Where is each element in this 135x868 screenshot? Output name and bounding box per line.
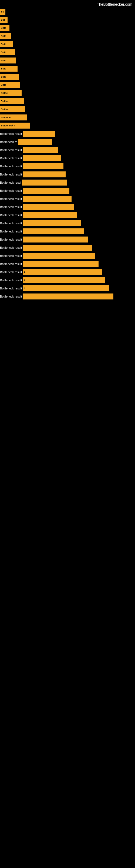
bar-row-25: Bottleneck result (0, 211, 135, 219)
bar-label-25: Bottleneck result (0, 214, 23, 217)
bar-row-11: Bottlen (0, 97, 135, 105)
bar-fill-8: Bott (0, 74, 19, 80)
bar-row-21: Bottleneck resul (0, 179, 135, 187)
bar-fill-28 (23, 237, 88, 243)
bar-label-27: Bottleneck result (0, 230, 23, 233)
bar-fill-29 (23, 245, 92, 251)
bar-fill-25 (23, 212, 77, 218)
bar-fill-23 (23, 196, 72, 202)
bar-fill-0: Bo (0, 9, 5, 14)
bar-label-31: Bottleneck result (0, 262, 23, 266)
bar-fill-34: 4 (23, 285, 109, 291)
bar-row-2: Bott (0, 24, 135, 32)
bar-row-8: Bott (0, 73, 135, 81)
bar-label-30: Bottleneck result (0, 254, 23, 257)
bar-row-1: Bot (0, 16, 135, 24)
bar-row-30: Bottleneck result (0, 252, 135, 260)
bar-row-9: Bottl (0, 81, 135, 89)
bar-fill-35 (23, 293, 114, 300)
bar-fill-17 (23, 147, 58, 153)
bar-fill-11: Bottlen (0, 98, 24, 104)
bar-label-29: Bottleneck result (0, 246, 23, 249)
bar-row-24: Bottleneck result (0, 203, 135, 211)
bar-fill-5: Bottl (0, 50, 15, 55)
bar-label-21: Bottleneck resul (0, 181, 22, 184)
bar-label-15: Bottleneck result (0, 132, 23, 135)
bar-fill-16 (18, 139, 52, 145)
bar-label-24: Bottleneck result (0, 205, 23, 209)
bar-fill-21 (22, 180, 67, 186)
bar-row-32: Bottleneck result4 (0, 268, 135, 276)
bar-fill-7: Bott (0, 66, 17, 72)
bar-label-26: Bottleneck result (0, 222, 23, 225)
bar-fill-4: Bott (0, 41, 13, 47)
bar-label-19: Bottleneck result (0, 165, 23, 168)
bar-row-0: Bo (0, 8, 135, 16)
bar-row-26: Bottleneck result (0, 219, 135, 227)
bar-row-19: Bottleneck result (0, 162, 135, 170)
bar-label-18: Bottleneck result (0, 156, 23, 160)
bar-label-33: Bottleneck result (0, 279, 23, 282)
bar-fill-2: Bott (0, 25, 9, 31)
bar-fill-31 (23, 261, 98, 267)
bar-fill-10: Bottle (0, 90, 21, 96)
bar-row-17: Bottleneck result (0, 146, 135, 154)
bar-label-22: Bottleneck result (0, 189, 23, 192)
page-wrapper: TheBottlenecker.com BoBotBottBottBottBot… (0, 0, 135, 868)
bar-row-3: Bott (0, 32, 135, 40)
bar-row-28: Bottleneck result (0, 236, 135, 244)
bar-fill-30 (23, 253, 95, 259)
bar-label-17: Bottleneck result (0, 148, 23, 152)
bar-row-4: Bott (0, 40, 135, 48)
bar-fill-33: 4 (23, 277, 105, 283)
bar-fill-32: 4 (23, 269, 102, 275)
bar-row-13: Bottlene (0, 113, 135, 122)
bar-row-18: Bottleneck result (0, 154, 135, 162)
site-title: TheBottlenecker.com (0, 0, 135, 8)
bar-row-7: Bott (0, 65, 135, 73)
bar-row-14: Bottleneck r (0, 122, 135, 130)
bar-row-22: Bottleneck result (0, 187, 135, 195)
bar-fill-12: Bottlen (0, 106, 25, 112)
bar-label-28: Bottleneck result (0, 238, 23, 241)
bar-row-34: Bottleneck result4 (0, 284, 135, 292)
bar-label-20: Bottleneck result (0, 173, 23, 176)
bar-fill-19 (23, 163, 63, 169)
bar-row-12: Bottlen (0, 105, 135, 113)
bar-fill-27 (23, 228, 84, 235)
bars-container: BoBotBottBottBottBottlBottBottBottBottlB… (0, 8, 135, 301)
bar-label-32: Bottleneck result (0, 271, 23, 274)
bar-row-29: Bottleneck result (0, 244, 135, 252)
bar-fill-3: Bott (0, 33, 11, 39)
bar-fill-6: Bott (0, 58, 16, 63)
bar-row-6: Bott (0, 56, 135, 65)
bar-label-16: Bottleneck re (0, 140, 18, 144)
bar-fill-1: Bot (0, 17, 8, 23)
bar-fill-22 (23, 188, 70, 194)
bar-label-23: Bottleneck result (0, 197, 23, 200)
bar-row-10: Bottle (0, 89, 135, 97)
bar-row-16: Bottleneck re (0, 138, 135, 146)
bar-fill-20 (23, 172, 65, 177)
bar-row-20: Bottleneck result (0, 170, 135, 179)
bar-fill-9: Bottl (0, 82, 20, 88)
bar-row-15: Bottleneck result (0, 130, 135, 138)
bar-row-35: Bottleneck result (0, 292, 135, 301)
bar-row-23: Bottleneck result (0, 195, 135, 203)
bar-fill-26 (23, 220, 81, 226)
bar-row-5: Bottl (0, 48, 135, 56)
bar-label-34: Bottleneck result (0, 287, 23, 290)
bar-label-35: Bottleneck result (0, 295, 23, 298)
bar-row-31: Bottleneck result (0, 260, 135, 268)
bar-fill-24 (23, 204, 74, 210)
bar-row-27: Bottleneck result (0, 227, 135, 236)
bar-fill-13: Bottlene (0, 115, 27, 120)
bar-fill-18 (23, 155, 61, 161)
bar-row-33: Bottleneck result4 (0, 276, 135, 284)
bar-fill-15 (23, 131, 55, 137)
bar-fill-14: Bottleneck r (0, 123, 30, 129)
